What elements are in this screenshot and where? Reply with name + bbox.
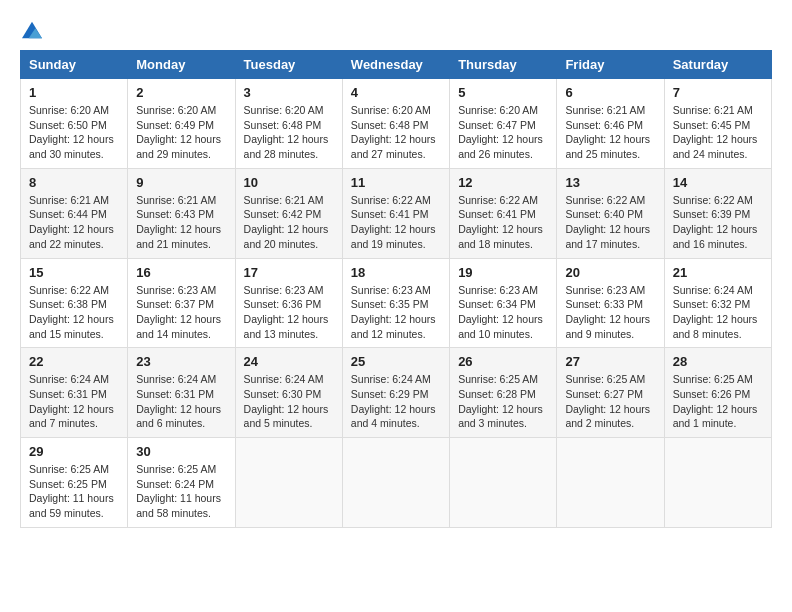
calendar-cell	[450, 438, 557, 528]
calendar-cell: 2 Sunrise: 6:20 AMSunset: 6:49 PMDayligh…	[128, 79, 235, 169]
day-info: Sunrise: 6:25 AMSunset: 6:27 PMDaylight:…	[565, 373, 650, 429]
calendar-cell: 9 Sunrise: 6:21 AMSunset: 6:43 PMDayligh…	[128, 168, 235, 258]
calendar-cell: 25 Sunrise: 6:24 AMSunset: 6:29 PMDaylig…	[342, 348, 449, 438]
day-number: 1	[29, 85, 119, 100]
day-number: 9	[136, 175, 226, 190]
weekday-header-saturday: Saturday	[664, 51, 771, 79]
day-info: Sunrise: 6:25 AMSunset: 6:24 PMDaylight:…	[136, 463, 221, 519]
day-info: Sunrise: 6:23 AMSunset: 6:34 PMDaylight:…	[458, 284, 543, 340]
day-number: 7	[673, 85, 763, 100]
day-info: Sunrise: 6:21 AMSunset: 6:44 PMDaylight:…	[29, 194, 114, 250]
calendar-cell: 14 Sunrise: 6:22 AMSunset: 6:39 PMDaylig…	[664, 168, 771, 258]
day-number: 27	[565, 354, 655, 369]
day-number: 23	[136, 354, 226, 369]
weekday-header-monday: Monday	[128, 51, 235, 79]
calendar-cell: 6 Sunrise: 6:21 AMSunset: 6:46 PMDayligh…	[557, 79, 664, 169]
weekday-header-thursday: Thursday	[450, 51, 557, 79]
calendar-cell: 10 Sunrise: 6:21 AMSunset: 6:42 PMDaylig…	[235, 168, 342, 258]
day-number: 13	[565, 175, 655, 190]
day-info: Sunrise: 6:20 AMSunset: 6:49 PMDaylight:…	[136, 104, 221, 160]
calendar-cell: 5 Sunrise: 6:20 AMSunset: 6:47 PMDayligh…	[450, 79, 557, 169]
day-info: Sunrise: 6:22 AMSunset: 6:38 PMDaylight:…	[29, 284, 114, 340]
day-info: Sunrise: 6:21 AMSunset: 6:42 PMDaylight:…	[244, 194, 329, 250]
calendar-cell: 17 Sunrise: 6:23 AMSunset: 6:36 PMDaylig…	[235, 258, 342, 348]
calendar-cell: 29 Sunrise: 6:25 AMSunset: 6:25 PMDaylig…	[21, 438, 128, 528]
day-number: 2	[136, 85, 226, 100]
day-info: Sunrise: 6:22 AMSunset: 6:41 PMDaylight:…	[458, 194, 543, 250]
calendar-cell: 22 Sunrise: 6:24 AMSunset: 6:31 PMDaylig…	[21, 348, 128, 438]
day-number: 28	[673, 354, 763, 369]
calendar-body: 1 Sunrise: 6:20 AMSunset: 6:50 PMDayligh…	[21, 79, 772, 528]
day-number: 16	[136, 265, 226, 280]
calendar-cell: 11 Sunrise: 6:22 AMSunset: 6:41 PMDaylig…	[342, 168, 449, 258]
weekday-header-tuesday: Tuesday	[235, 51, 342, 79]
day-number: 15	[29, 265, 119, 280]
day-info: Sunrise: 6:20 AMSunset: 6:48 PMDaylight:…	[244, 104, 329, 160]
day-info: Sunrise: 6:22 AMSunset: 6:39 PMDaylight:…	[673, 194, 758, 250]
day-info: Sunrise: 6:21 AMSunset: 6:45 PMDaylight:…	[673, 104, 758, 160]
day-info: Sunrise: 6:22 AMSunset: 6:41 PMDaylight:…	[351, 194, 436, 250]
calendar-week-3: 15 Sunrise: 6:22 AMSunset: 6:38 PMDaylig…	[21, 258, 772, 348]
day-number: 17	[244, 265, 334, 280]
calendar-week-5: 29 Sunrise: 6:25 AMSunset: 6:25 PMDaylig…	[21, 438, 772, 528]
weekday-header-sunday: Sunday	[21, 51, 128, 79]
day-number: 30	[136, 444, 226, 459]
day-number: 24	[244, 354, 334, 369]
day-number: 12	[458, 175, 548, 190]
calendar-week-1: 1 Sunrise: 6:20 AMSunset: 6:50 PMDayligh…	[21, 79, 772, 169]
calendar-cell: 19 Sunrise: 6:23 AMSunset: 6:34 PMDaylig…	[450, 258, 557, 348]
day-number: 5	[458, 85, 548, 100]
weekday-header-row: SundayMondayTuesdayWednesdayThursdayFrid…	[21, 51, 772, 79]
logo-icon	[22, 20, 42, 40]
day-number: 18	[351, 265, 441, 280]
calendar-cell: 27 Sunrise: 6:25 AMSunset: 6:27 PMDaylig…	[557, 348, 664, 438]
day-info: Sunrise: 6:25 AMSunset: 6:26 PMDaylight:…	[673, 373, 758, 429]
day-info: Sunrise: 6:23 AMSunset: 6:36 PMDaylight:…	[244, 284, 329, 340]
day-info: Sunrise: 6:23 AMSunset: 6:35 PMDaylight:…	[351, 284, 436, 340]
day-number: 4	[351, 85, 441, 100]
calendar-cell: 8 Sunrise: 6:21 AMSunset: 6:44 PMDayligh…	[21, 168, 128, 258]
day-info: Sunrise: 6:25 AMSunset: 6:28 PMDaylight:…	[458, 373, 543, 429]
day-info: Sunrise: 6:20 AMSunset: 6:47 PMDaylight:…	[458, 104, 543, 160]
calendar-cell: 13 Sunrise: 6:22 AMSunset: 6:40 PMDaylig…	[557, 168, 664, 258]
day-number: 6	[565, 85, 655, 100]
day-info: Sunrise: 6:24 AMSunset: 6:30 PMDaylight:…	[244, 373, 329, 429]
day-number: 21	[673, 265, 763, 280]
calendar-cell: 1 Sunrise: 6:20 AMSunset: 6:50 PMDayligh…	[21, 79, 128, 169]
day-number: 11	[351, 175, 441, 190]
day-info: Sunrise: 6:21 AMSunset: 6:46 PMDaylight:…	[565, 104, 650, 160]
calendar-cell: 15 Sunrise: 6:22 AMSunset: 6:38 PMDaylig…	[21, 258, 128, 348]
day-info: Sunrise: 6:21 AMSunset: 6:43 PMDaylight:…	[136, 194, 221, 250]
day-number: 20	[565, 265, 655, 280]
calendar-cell: 7 Sunrise: 6:21 AMSunset: 6:45 PMDayligh…	[664, 79, 771, 169]
calendar-cell: 30 Sunrise: 6:25 AMSunset: 6:24 PMDaylig…	[128, 438, 235, 528]
day-info: Sunrise: 6:23 AMSunset: 6:37 PMDaylight:…	[136, 284, 221, 340]
calendar-cell: 12 Sunrise: 6:22 AMSunset: 6:41 PMDaylig…	[450, 168, 557, 258]
day-number: 25	[351, 354, 441, 369]
day-number: 14	[673, 175, 763, 190]
calendar-cell: 3 Sunrise: 6:20 AMSunset: 6:48 PMDayligh…	[235, 79, 342, 169]
day-number: 19	[458, 265, 548, 280]
day-number: 29	[29, 444, 119, 459]
day-info: Sunrise: 6:24 AMSunset: 6:31 PMDaylight:…	[136, 373, 221, 429]
calendar-cell	[557, 438, 664, 528]
calendar-cell: 23 Sunrise: 6:24 AMSunset: 6:31 PMDaylig…	[128, 348, 235, 438]
calendar-cell	[664, 438, 771, 528]
day-info: Sunrise: 6:20 AMSunset: 6:50 PMDaylight:…	[29, 104, 114, 160]
logo	[20, 20, 42, 40]
calendar-cell: 21 Sunrise: 6:24 AMSunset: 6:32 PMDaylig…	[664, 258, 771, 348]
calendar-cell: 18 Sunrise: 6:23 AMSunset: 6:35 PMDaylig…	[342, 258, 449, 348]
day-info: Sunrise: 6:24 AMSunset: 6:31 PMDaylight:…	[29, 373, 114, 429]
day-number: 10	[244, 175, 334, 190]
calendar-week-2: 8 Sunrise: 6:21 AMSunset: 6:44 PMDayligh…	[21, 168, 772, 258]
day-info: Sunrise: 6:22 AMSunset: 6:40 PMDaylight:…	[565, 194, 650, 250]
day-info: Sunrise: 6:25 AMSunset: 6:25 PMDaylight:…	[29, 463, 114, 519]
day-number: 26	[458, 354, 548, 369]
page-header	[20, 20, 772, 40]
calendar-cell: 26 Sunrise: 6:25 AMSunset: 6:28 PMDaylig…	[450, 348, 557, 438]
calendar-cell: 28 Sunrise: 6:25 AMSunset: 6:26 PMDaylig…	[664, 348, 771, 438]
day-info: Sunrise: 6:24 AMSunset: 6:32 PMDaylight:…	[673, 284, 758, 340]
weekday-header-friday: Friday	[557, 51, 664, 79]
calendar-cell: 4 Sunrise: 6:20 AMSunset: 6:48 PMDayligh…	[342, 79, 449, 169]
day-number: 22	[29, 354, 119, 369]
